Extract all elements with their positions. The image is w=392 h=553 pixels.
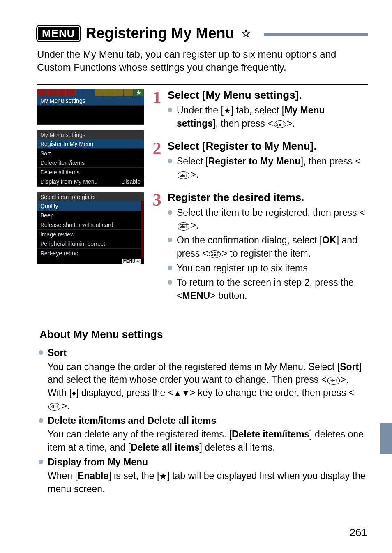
updown-icon: ♦ <box>72 389 76 398</box>
menu-item: Delete all items <box>37 168 144 177</box>
star-icon: ☆ <box>241 27 251 40</box>
bullet-list: Sort You can change the order of the reg… <box>39 347 367 496</box>
step-body: Register the desired items. Select the i… <box>168 191 368 304</box>
bullet-item: You can register up to six items. <box>168 262 368 275</box>
page: MENU Registering My Menu ☆ Under the My … <box>0 0 392 553</box>
section-title: About My Menu settings <box>39 328 368 341</box>
menu-item: Release shutter without card <box>37 220 141 230</box>
menu-item-empty <box>37 106 144 115</box>
tab-icon <box>95 89 104 96</box>
tab-icon <box>37 89 46 96</box>
menu-item-selected: Quality <box>37 201 141 211</box>
about-section: Sort You can change the order of the reg… <box>37 347 368 496</box>
screenshot-header: Select item to register <box>37 192 144 201</box>
menu-return-badge: MENU ↩ <box>122 259 141 264</box>
bullet-item: Delete item/items and Delete all items Y… <box>39 414 367 454</box>
menu-item-empty <box>37 115 144 125</box>
bullet-item: Select the item to be registered, then p… <box>168 206 368 232</box>
star-tab-icon: ★ <box>134 89 144 96</box>
divider <box>37 84 368 85</box>
bullet-item: Sort You can change the order of the reg… <box>39 347 367 413</box>
step-2: 2 Select [Register to My Menu]. Select [… <box>151 140 368 183</box>
menu-item-selected: My Menu settings <box>37 96 144 106</box>
tab-icon <box>56 89 66 96</box>
set-icon: SET <box>48 403 60 411</box>
menu-item: Peripheral illumin. correct. <box>37 239 141 249</box>
side-tab-icon <box>380 423 392 454</box>
bullet-list: Select the item to be registered, then p… <box>168 206 368 303</box>
bullet-item: To return to the screen in step 2, press… <box>168 276 368 302</box>
tab-icon <box>76 89 85 96</box>
tab-icon <box>66 89 75 96</box>
columns: ★ My Menu settings My Menu settings Regi… <box>37 89 368 312</box>
menu-item: Display from My Menu Disable <box>37 177 144 187</box>
menu-item-label: Display from My Menu <box>40 178 97 185</box>
tab-icon <box>114 89 124 96</box>
intro-text: Under the My Menu tab, you can register … <box>37 48 368 74</box>
step-title: Select [My Menu settings]. <box>168 89 368 102</box>
updown-key-icon: ▲▼ <box>173 389 190 398</box>
page-title: Registering My Menu <box>86 25 235 42</box>
set-icon: SET <box>178 171 189 179</box>
page-title-row: MENU Registering My Menu ☆ <box>37 25 368 42</box>
screenshot-footer: MENU ↩ <box>37 258 144 264</box>
steps-column: 1 Select [My Menu settings]. Under the [… <box>151 89 368 312</box>
set-icon: SET <box>178 222 189 230</box>
scroll-area: Quality Beep Release shutter without car… <box>37 201 144 258</box>
step-body: Select [Register to My Menu]. Select [Re… <box>168 140 368 183</box>
screenshot-2: My Menu settings Register to My Menu Sor… <box>37 130 144 187</box>
star-icon: ★ <box>224 106 231 115</box>
step-1: 1 Select [My Menu settings]. Under the [… <box>151 89 368 132</box>
menu-item: Beep <box>37 211 141 220</box>
bullet-list: Select [Register to My Menu], then press… <box>168 155 368 181</box>
bullet-list: Under the [★] tab, select [My Menu setti… <box>168 104 368 130</box>
screenshot-3: Select item to register Quality Beep Rel… <box>37 192 144 264</box>
set-icon: SET <box>327 377 339 384</box>
menu-item-value: Disable <box>121 178 141 185</box>
tab-icon <box>46 89 56 96</box>
screenshot-1: ★ My Menu settings <box>37 89 144 125</box>
bullet-item: On the confirmation dialog, select [OK] … <box>168 234 368 260</box>
item-heading: Display from My Menu <box>48 456 367 469</box>
menu-item: Red-eye reduc. <box>37 249 141 258</box>
tab-icon <box>104 89 114 96</box>
tab-strip: ★ <box>37 89 144 96</box>
tab-icon <box>85 89 95 96</box>
screenshot-header: My Menu settings <box>37 130 144 139</box>
star-icon: ★ <box>159 472 167 481</box>
step-number: 2 <box>151 140 163 183</box>
menu-inline-icon: MENU <box>182 290 210 301</box>
set-icon: SET <box>209 250 221 258</box>
bullet-item: Display from My Menu When [Enable] is se… <box>39 456 367 496</box>
menu-item: Delete item/items <box>37 158 144 168</box>
step-title: Select [Register to My Menu]. <box>168 140 368 153</box>
item-heading: Delete item/items and Delete all items <box>48 414 367 428</box>
page-number: 261 <box>350 526 367 539</box>
menu-item: Image review <box>37 230 141 239</box>
step-body: Select [My Menu settings]. Under the [★]… <box>168 89 368 132</box>
menu-badge-icon: MENU <box>37 26 80 41</box>
step-number: 3 <box>151 191 163 304</box>
step-number: 1 <box>151 89 163 132</box>
bullet-item: Select [Register to My Menu], then press… <box>168 155 368 181</box>
menu-item-selected: Register to My Menu <box>37 139 144 149</box>
item-heading: Sort <box>48 347 367 360</box>
screenshots-column: ★ My Menu settings My Menu settings Regi… <box>37 89 144 312</box>
set-icon: SET <box>274 120 286 128</box>
step-title: Register the desired items. <box>168 191 368 204</box>
menu-item: Sort <box>37 149 144 158</box>
bullet-item: Under the [★] tab, select [My Menu setti… <box>168 104 368 130</box>
title-rule <box>264 33 368 36</box>
step-3: 3 Register the desired items. Select the… <box>151 191 368 304</box>
tab-icon <box>124 89 133 96</box>
